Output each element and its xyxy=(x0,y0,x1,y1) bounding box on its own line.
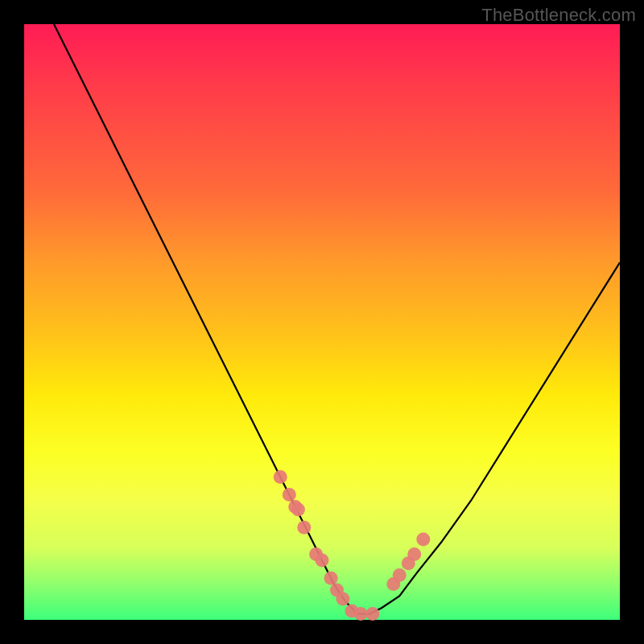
svg-point-16 xyxy=(407,547,421,561)
svg-point-9 xyxy=(336,592,349,606)
svg-point-1 xyxy=(283,488,296,502)
svg-point-4 xyxy=(297,521,311,535)
attribution-label: TheBottleneck.com xyxy=(481,5,636,26)
svg-point-0 xyxy=(274,470,287,484)
bottleneck-curve xyxy=(24,24,620,620)
svg-point-7 xyxy=(324,572,338,585)
svg-point-14 xyxy=(393,568,407,582)
figure-root: TheBottleneck.com xyxy=(0,0,644,644)
svg-point-6 xyxy=(316,554,329,568)
plot-area xyxy=(24,24,620,620)
svg-point-17 xyxy=(416,533,430,547)
svg-point-11 xyxy=(354,607,368,621)
svg-point-3 xyxy=(291,503,305,517)
svg-point-12 xyxy=(365,607,379,621)
